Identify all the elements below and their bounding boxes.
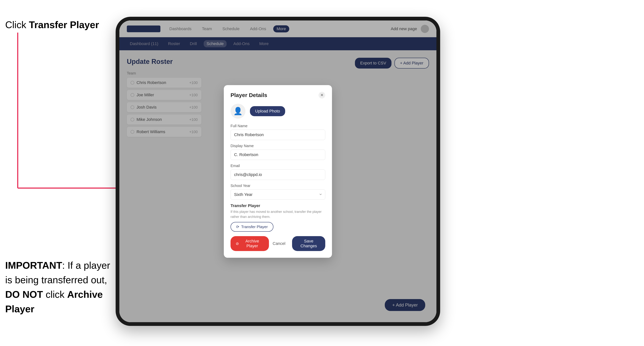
modal-title: Player Details (230, 92, 267, 98)
email-group: Email (230, 164, 325, 180)
tablet-screen: Dashboards Team Schedule Add-Ons More Ad… (119, 20, 436, 322)
footer-right: Cancel Save Changes (269, 236, 325, 251)
modal-overlay: Player Details ✕ 👤 Upload Photo (119, 20, 436, 322)
school-year-group: School Year First Year Second Year Third… (230, 184, 325, 200)
save-changes-button[interactable]: Save Changes (292, 236, 325, 251)
school-year-select[interactable]: First Year Second Year Third Year Fourth… (230, 189, 325, 200)
player-details-modal: Player Details ✕ 👤 Upload Photo (224, 85, 332, 258)
tablet-frame: Dashboards Team Schedule Add-Ons More Ad… (116, 17, 440, 326)
instruction-top: Click Transfer Player (5, 19, 99, 31)
transfer-section: Transfer Player If this player has moved… (230, 203, 325, 232)
photo-upload-row: 👤 Upload Photo (230, 104, 325, 119)
avatar-circle: 👤 (230, 104, 246, 119)
do-not-bold: DO NOT (5, 289, 43, 300)
modal-footer: ⊘ Archive Player Cancel Save Changes (230, 236, 325, 251)
display-name-input[interactable] (230, 150, 325, 160)
transfer-section-title: Transfer Player (230, 203, 325, 208)
user-icon: 👤 (233, 107, 243, 115)
modal-close-button[interactable]: ✕ (318, 92, 325, 99)
transfer-player-bold: Transfer Player (29, 19, 99, 30)
bottom-text2: click (43, 289, 67, 300)
upload-photo-button[interactable]: Upload Photo (250, 106, 285, 116)
archive-btn-label: Archive Player (241, 239, 264, 248)
instruction-bottom: IMPORTANT: If a player is being transfer… (5, 258, 114, 316)
cancel-button[interactable]: Cancel (269, 239, 289, 249)
transfer-section-desc: If this player has moved to another scho… (230, 209, 325, 219)
school-year-label: School Year (230, 184, 325, 188)
app-background: Dashboards Team Schedule Add-Ons More Ad… (119, 20, 436, 322)
full-name-label: Full Name (230, 124, 325, 128)
archive-player-button[interactable]: ⊘ Archive Player (230, 236, 269, 251)
modal-header: Player Details ✕ (230, 92, 325, 99)
display-name-label: Display Name (230, 144, 325, 148)
display-name-group: Display Name (230, 144, 325, 160)
transfer-btn-label: Transfer Player (241, 225, 268, 229)
transfer-icon: ⟳ (236, 225, 239, 229)
important-bold: IMPORTANT (5, 260, 62, 271)
email-input[interactable] (230, 170, 325, 180)
email-label: Email (230, 164, 325, 168)
full-name-input[interactable] (230, 130, 325, 140)
close-icon: ✕ (320, 93, 324, 98)
archive-icon: ⊘ (236, 241, 239, 246)
full-name-group: Full Name (230, 124, 325, 140)
click-text: Click (5, 19, 29, 30)
transfer-player-button[interactable]: ⟳ Transfer Player (230, 222, 274, 232)
